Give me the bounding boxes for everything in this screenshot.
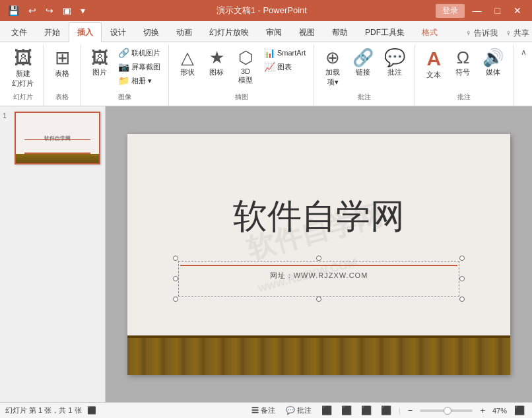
tab-help[interactable]: 帮助: [323, 22, 356, 42]
notes-button[interactable]: ☰ 备注: [249, 405, 278, 416]
new-slide-button[interactable]: 🖼 新建幻灯片: [8, 46, 38, 91]
title-bar: 💾 ↩ ↪ ▣ ▾ 演示文稿1 - PowerPoint 登录 — □ ✕: [0, 0, 532, 21]
media-icon: 🔊: [482, 49, 504, 66]
chart-icon: 📈: [264, 61, 275, 72]
shapes-icon: △: [181, 49, 194, 66]
login-button[interactable]: 登录: [436, 4, 465, 18]
dropdown-icon[interactable]: ▾: [78, 4, 88, 17]
tell-me-button[interactable]: ♀ 告诉我: [465, 28, 497, 39]
addins-button[interactable]: ⊕ 加载项▾: [319, 46, 346, 90]
notes-icon: ☰: [251, 406, 259, 414]
smartart-button[interactable]: 📊 SmartArt: [261, 46, 308, 59]
view-reading-btn[interactable]: ⬛: [359, 405, 374, 416]
redo-icon[interactable]: ↪: [43, 4, 56, 17]
window-title: 演示文稿1 - PowerPoint: [88, 5, 436, 17]
zoom-thumb[interactable]: [444, 407, 451, 415]
view-grid-btn[interactable]: ⬛: [339, 405, 354, 416]
present-icon[interactable]: ▣: [60, 4, 74, 17]
symbol-button[interactable]: Ω 符号: [449, 46, 476, 80]
handle-bottom-left[interactable]: [173, 296, 178, 302]
handle-bottom-center[interactable]: [316, 296, 321, 302]
slide-preview-divider: [24, 139, 91, 140]
group-label-slides: 幻灯片: [13, 92, 33, 104]
picture-icon: 🖼: [91, 49, 108, 66]
screenshot-button[interactable]: 📷 屏幕截图: [116, 60, 163, 73]
tab-slideshow[interactable]: 幻灯片放映: [201, 22, 257, 42]
handle-top-center[interactable]: [316, 256, 321, 261]
close-button[interactable]: ✕: [508, 5, 527, 16]
ribbon-group-table: ⊞ 表格 表格: [44, 45, 81, 106]
ribbon-group-text: A 文本 Ω 符号 🔊 媒体 批注: [415, 45, 514, 106]
status-bar: 幻灯片 第 1 张，共 1 张 ⬛ ☰ 备注 💬 批注 ⬛ ⬛ ⬛ ⬛ | − …: [0, 402, 532, 418]
addins-icon: ⊕: [325, 49, 340, 66]
minimize-button[interactable]: —: [467, 5, 487, 16]
3d-model-button[interactable]: ⬡ 3D模型: [232, 46, 259, 88]
handle-bottom-right[interactable]: [459, 296, 465, 302]
comments-button[interactable]: 💬 批注: [283, 405, 314, 416]
icons-icon: ★: [209, 49, 224, 66]
smartart-icon: 📊: [264, 48, 275, 58]
tab-pdf[interactable]: PDF工具集: [356, 22, 413, 42]
tab-insert[interactable]: 插入: [69, 22, 102, 42]
tab-animations[interactable]: 动画: [168, 22, 201, 42]
table-button[interactable]: ⊞ 表格: [49, 46, 75, 81]
online-picture-button[interactable]: 🔗 联机图片: [116, 46, 163, 59]
icons-button[interactable]: ★ 图标: [203, 46, 230, 80]
comment-button[interactable]: 💬 批注: [380, 46, 409, 80]
tab-review[interactable]: 审阅: [257, 22, 290, 42]
online-picture-icon: 🔗: [118, 48, 129, 58]
slide-floor: [127, 335, 510, 375]
share-button[interactable]: ♀ 共享: [506, 28, 529, 39]
handle-top-right[interactable]: [459, 256, 465, 261]
ribbon-group-addins: ⊕ 加载项▾ 🔗 链接 💬 批注 批注: [314, 45, 415, 106]
comments-label: 批注: [297, 406, 312, 414]
ribbon-group-slides: 🖼 新建幻灯片 幻灯片: [3, 45, 44, 106]
ribbon-group-illustration: △ 形状 ★ 图标 ⬡ 3D模型 📊 SmartArt 📈 图表: [169, 45, 314, 106]
handle-top-left[interactable]: [173, 256, 178, 261]
slide-info: 幻灯片 第 1 张，共 1 张: [5, 405, 82, 415]
tab-file[interactable]: 文件: [3, 22, 36, 42]
slide-preview-content: 软件自学网: [16, 113, 99, 163]
comments-icon: 💬: [286, 406, 295, 414]
group-label-text: 批注: [457, 92, 471, 104]
album-icon: 📁: [118, 75, 129, 86]
undo-icon[interactable]: ↩: [26, 4, 39, 17]
ribbon-content: 🖼 新建幻灯片 幻灯片 ⊞ 表格 表格 🖼 图片 🔗 联机图片: [0, 42, 532, 106]
save-icon[interactable]: 💾: [5, 4, 22, 17]
text-button[interactable]: A 文本: [420, 46, 447, 83]
slide-preview-title: 软件自学网: [44, 135, 71, 142]
tab-design[interactable]: 设计: [102, 22, 135, 42]
shapes-button[interactable]: △ 形状: [174, 46, 201, 80]
group-label-illustration: 插图: [235, 92, 248, 104]
view-normal-btn[interactable]: ⬛: [319, 405, 334, 416]
zoom-level[interactable]: 47%: [492, 407, 507, 415]
picture-button[interactable]: 🖼 图片: [86, 46, 113, 80]
chart-button[interactable]: 📈 图表: [261, 60, 308, 73]
group-label-image: 图像: [118, 92, 131, 104]
zoom-in-btn[interactable]: +: [478, 405, 487, 416]
view-present-btn[interactable]: ⬛: [379, 405, 393, 416]
image-col: 🔗 联机图片 📷 屏幕截图 📁 相册 ▾: [116, 46, 163, 87]
zoom-slider[interactable]: [420, 409, 473, 412]
lang-icon: ⬛: [87, 406, 96, 415]
zoom-out-btn[interactable]: −: [406, 405, 415, 416]
slide-subtitle: 网址：WWW.RJZXW.COM: [127, 271, 510, 281]
comment-icon: 💬: [384, 49, 405, 66]
maximize-button[interactable]: □: [490, 5, 506, 16]
slide-canvas[interactable]: 软件自学网www.RJZXW.COM 软件自学网 网址：WWW.RJZX: [127, 134, 510, 375]
tab-home[interactable]: 开始: [36, 22, 69, 42]
media-button[interactable]: 🔊 媒体: [479, 46, 508, 80]
link-icon: 🔗: [352, 49, 374, 66]
tab-transitions[interactable]: 切换: [135, 22, 168, 42]
text-icon: A: [427, 49, 442, 69]
tab-format[interactable]: 格式: [413, 22, 446, 42]
link-button[interactable]: 🔗 链接: [349, 46, 378, 80]
fit-page-btn[interactable]: ⬛: [512, 405, 527, 416]
screenshot-icon: 📷: [118, 61, 129, 72]
album-button[interactable]: 📁 相册 ▾: [116, 74, 163, 87]
slide-number-1: 1: [3, 112, 12, 120]
slide-thumbnail-1[interactable]: 1 软件自学网: [3, 112, 102, 164]
main-area: 1 软件自学网 软件自学网www.RJZXW.COM 软件自学网: [0, 106, 532, 402]
tab-view[interactable]: 视图: [290, 22, 323, 42]
ribbon-collapse-button[interactable]: ∧: [518, 45, 529, 106]
